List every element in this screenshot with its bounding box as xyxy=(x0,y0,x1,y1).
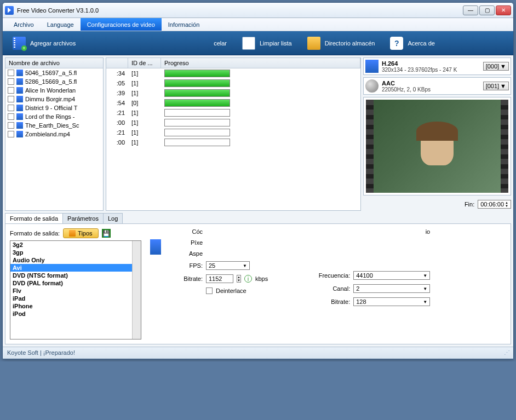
format-option[interactable]: Audio Only xyxy=(10,256,141,264)
menu-language[interactable]: Language xyxy=(41,18,81,31)
file-checkbox[interactable] xyxy=(8,96,14,102)
file-row[interactable]: Lord of the Rings - xyxy=(5,112,103,121)
folder-icon xyxy=(307,37,320,50)
file-checkbox[interactable] xyxy=(8,78,14,85)
progress-bar xyxy=(164,139,230,146)
file-checkbox[interactable] xyxy=(8,131,14,137)
toolbar: + Agregar archivos celar Limpiar lista D… xyxy=(3,31,513,55)
video-codec-info: 320x134 - 23.97602fps - 247 K xyxy=(382,67,480,73)
progress-row[interactable]: :05[1] xyxy=(106,78,360,88)
col-id[interactable]: ID de ... xyxy=(128,58,161,68)
file-row[interactable]: Alice In Wonderlan xyxy=(5,86,103,95)
progress-row[interactable]: :21[1] xyxy=(106,108,360,118)
tipos-button[interactable]: Tipos xyxy=(63,228,99,238)
clear-list-button[interactable]: Limpiar lista xyxy=(236,34,299,53)
close-button[interactable]: ✕ xyxy=(496,5,511,15)
file-row[interactable]: Dimmu Borgir.mp4 xyxy=(5,95,103,103)
file-row[interactable]: Zombieland.mp4 xyxy=(5,130,103,139)
format-option[interactable]: iPhone xyxy=(10,302,141,310)
titlebar[interactable]: Free Video Converter V3.1.0.0 — ▢ ✕ xyxy=(3,3,513,18)
file-name: 5286_15669_a_5.fl xyxy=(25,78,77,85)
format-option[interactable]: DVD (PAL format) xyxy=(10,279,141,287)
tab-log[interactable]: Log xyxy=(103,213,123,223)
fps-label: FPS: xyxy=(170,262,203,269)
video-stream-select[interactable]: [000]▼ xyxy=(483,62,509,71)
maximize-button[interactable]: ▢ xyxy=(479,5,495,15)
deinterlace-checkbox[interactable] xyxy=(206,287,213,294)
app-icon xyxy=(5,6,14,15)
tab-formato[interactable]: Formato de salida xyxy=(5,213,63,223)
spin-down-icon[interactable]: ▼ xyxy=(505,204,508,208)
progress-row[interactable]: :00[1] xyxy=(106,137,360,147)
file-row[interactable]: 5046_15697_a_5.fl xyxy=(5,68,103,77)
bitrate-input[interactable]: 1152 xyxy=(206,274,233,283)
format-option[interactable]: iPad xyxy=(10,295,141,302)
output-tabs: Formato de salida Parámetros Log xyxy=(5,213,511,224)
file-checkbox[interactable] xyxy=(8,113,14,120)
fps-select[interactable]: 25▼ xyxy=(206,261,250,270)
freq-select[interactable]: 44100▼ xyxy=(353,271,430,280)
progress-bar xyxy=(164,89,230,97)
menu-config[interactable]: Configuraciones de video xyxy=(81,18,162,31)
menubar: Archivo Language Configuraciones de vide… xyxy=(3,18,513,31)
file-icon xyxy=(16,87,23,94)
format-option[interactable]: Avi xyxy=(10,264,141,272)
file-icon xyxy=(16,96,23,102)
abitrate-select[interactable]: 128▼ xyxy=(353,297,430,306)
audio-codec-name: AAC xyxy=(382,80,480,87)
resize-grip[interactable]: ⋰ xyxy=(504,349,509,356)
file-row[interactable]: District 9 - Official T xyxy=(5,103,103,112)
file-checkbox[interactable] xyxy=(8,105,14,111)
progress-bar xyxy=(164,109,230,117)
video-params-icon xyxy=(150,239,161,255)
info-icon[interactable]: i xyxy=(244,275,252,283)
video-codec-box: H.264 320x134 - 23.97602fps - 247 K [000… xyxy=(363,57,511,75)
progress-row[interactable]: :00[1] xyxy=(106,118,360,128)
file-checkbox[interactable] xyxy=(8,87,14,94)
progress-row[interactable]: :54[0] xyxy=(106,98,360,108)
fin-time-input[interactable]: 00:06:00 ▲▼ xyxy=(478,200,511,209)
storage-dir-button[interactable]: Directorio almacén xyxy=(301,34,382,53)
file-checkbox[interactable] xyxy=(8,70,14,76)
minimize-button[interactable]: — xyxy=(463,5,478,15)
window-title: Free Video Converter V3.1.0.0 xyxy=(17,7,463,14)
audio-stream-select[interactable]: [001]▼ xyxy=(483,82,509,90)
format-listbox[interactable]: 3g23gpAudio OnlyAviDVD (NTSC format)DVD … xyxy=(10,240,141,340)
format-scrollbar[interactable] xyxy=(132,241,141,339)
spin-down-icon[interactable]: ▼ xyxy=(237,279,240,282)
content-area: Nombre de archivo 5046_15697_a_5.fl5286_… xyxy=(3,55,513,347)
tab-params[interactable]: Parámetros xyxy=(62,213,104,223)
format-option[interactable]: Flv xyxy=(10,287,141,295)
format-option[interactable]: 3gp xyxy=(10,249,141,256)
audio-codec-box: AAC 22050Hz, 2, 0 KBps [001]▼ xyxy=(363,77,511,95)
file-icon xyxy=(16,113,23,120)
format-option[interactable]: iPod xyxy=(10,310,141,318)
col-time[interactable] xyxy=(106,58,128,68)
add-files-button[interactable]: + Agregar archivos xyxy=(6,34,82,53)
menu-archivo[interactable]: Archivo xyxy=(7,18,41,31)
file-row[interactable]: The_Earth_Dies_Sc xyxy=(5,121,103,130)
save-icon[interactable]: 💾 xyxy=(102,229,111,238)
progress-row[interactable]: :39[1] xyxy=(106,88,360,98)
cancel-button-partial[interactable]: celar xyxy=(207,34,233,53)
format-option[interactable]: DVD (NTSC format) xyxy=(10,272,141,279)
menu-info[interactable]: Información xyxy=(162,18,206,31)
output-format-label: Formato de salida: xyxy=(10,230,60,237)
canal-select[interactable]: 2▼ xyxy=(353,284,430,293)
col-progress[interactable]: Progreso xyxy=(161,58,360,68)
file-list-header[interactable]: Nombre de archivo xyxy=(5,58,103,68)
file-name: Lord of the Rings - xyxy=(25,113,75,120)
file-checkbox[interactable] xyxy=(8,122,14,129)
audio-codec-info: 22050Hz, 2, 0 KBps xyxy=(382,87,480,93)
file-icon xyxy=(16,131,23,137)
progress-row[interactable]: :21[1] xyxy=(106,128,360,137)
about-button[interactable]: ? Acerca de xyxy=(383,34,442,53)
abitrate-label: Bitrate: xyxy=(312,298,350,305)
progress-bar xyxy=(164,119,230,126)
progress-bar xyxy=(164,79,230,87)
right-pane: H.264 320x134 - 23.97602fps - 247 K [000… xyxy=(363,57,511,211)
format-option[interactable]: 3g2 xyxy=(10,241,141,249)
file-row[interactable]: 5286_15669_a_5.fl xyxy=(5,77,103,86)
progress-row[interactable]: :34[1] xyxy=(106,68,360,78)
video-codec-name: H.264 xyxy=(382,60,480,67)
